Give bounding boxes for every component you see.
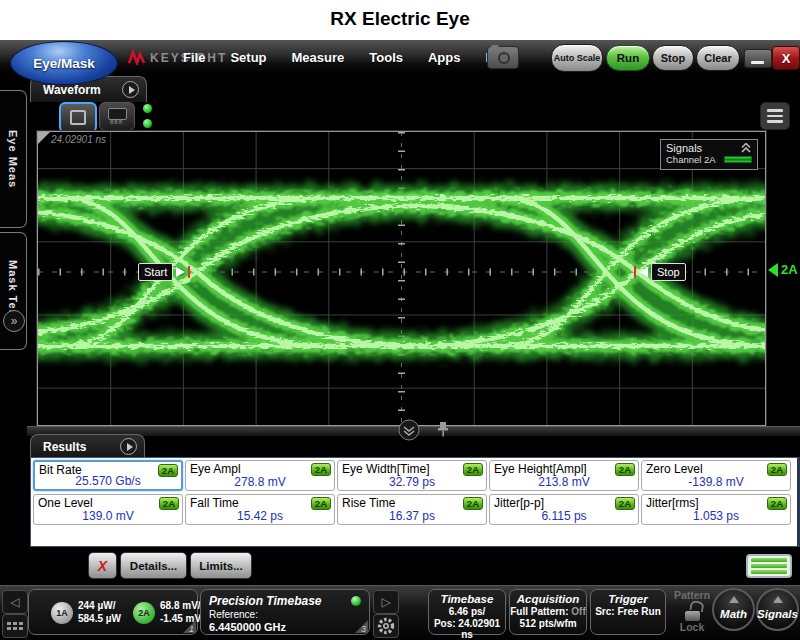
app-window: KEYSIGHT File Setup Measure Tools Apps H… (0, 40, 800, 640)
panel-number: 1 (189, 624, 194, 634)
result-label: Jitter[p-p] (494, 496, 544, 510)
delete-measurement-button[interactable]: X (88, 552, 117, 579)
legend-title: Signals (666, 142, 702, 154)
channel-color-swatch (724, 156, 752, 163)
math-button[interactable]: Math (712, 588, 755, 631)
waveform-menu-icon[interactable] (760, 102, 790, 130)
status-led-1 (143, 104, 152, 113)
tab-results[interactable]: Results (30, 434, 145, 458)
status-led-2 (143, 119, 152, 128)
reference-value: 6.4450000 GHz (209, 621, 286, 633)
reference-label: Reference: (209, 609, 258, 620)
start-marker[interactable]: Start (138, 263, 190, 281)
pattern-lock-line2: Lock (670, 621, 714, 633)
pattern-lock-button[interactable]: Pattern Lock (670, 589, 714, 635)
result-label: Rise Time (342, 496, 395, 510)
menu-item-tools[interactable]: Tools (369, 50, 403, 65)
menubar: KEYSIGHT File Setup Measure Tools Apps H… (0, 40, 800, 75)
result-cell-one-level[interactable]: One Level 2A 139.0 mV (33, 494, 183, 525)
channel-arrow-icon (768, 263, 778, 277)
menu: File Setup Measure Tools Apps Help (183, 40, 514, 74)
clear-button[interactable]: Clear (696, 45, 740, 71)
scroll-right-button[interactable]: ▷ (373, 590, 399, 614)
result-value: 278.8 mV (186, 475, 334, 489)
display-mode-button-selected[interactable] (59, 102, 97, 133)
result-value: 15.42 ps (186, 509, 334, 523)
channel-2a-value-1: 68.8 mV/ (160, 599, 201, 612)
settings-gear-button[interactable] (373, 614, 399, 638)
result-value: 213.8 mV (490, 475, 638, 489)
tab-play-icon[interactable] (122, 81, 139, 98)
results-play-icon[interactable] (120, 438, 137, 455)
limits-button[interactable]: Limits... (190, 552, 252, 579)
result-cell-jitter-rms[interactable]: Jitter[rms] 2A 1.053 ps (641, 494, 791, 525)
result-cell-eye-height[interactable]: Eye Height[Ampl] 2A 213.8 mV (489, 460, 639, 491)
camera-icon[interactable] (487, 46, 519, 69)
result-cell-jitter-pp[interactable]: Jitter[p-p] 2A 6.115 ps (489, 494, 639, 525)
result-value: 139.0 mV (34, 509, 182, 523)
stop-tick (634, 266, 636, 278)
panel-number: 3 (361, 624, 366, 634)
stop-marker-label[interactable]: Stop (651, 263, 686, 281)
channel-1a-value-1: 244 µW/ (78, 599, 121, 612)
minimize-button[interactable] (744, 49, 772, 68)
start-tick (188, 266, 190, 278)
page-title: RX Electric Eye (0, 8, 800, 30)
stop-button[interactable]: Stop (652, 45, 694, 71)
channel-1a-value-2: 584.5 µW (78, 612, 121, 625)
chevron-up-icon[interactable] (740, 143, 752, 153)
signals-button[interactable]: Signals (756, 588, 799, 631)
pin-icon[interactable] (436, 421, 450, 441)
timebase-position-readout: 24.02901 ns (51, 134, 106, 145)
start-marker-label[interactable]: Start (138, 263, 173, 281)
collapse-results-button[interactable] (398, 419, 420, 441)
result-label: Jitter[rms] (646, 496, 699, 510)
stop-marker[interactable]: Stop (634, 263, 686, 281)
panel-toggle-button[interactable] (746, 554, 792, 578)
result-cell-rise-time[interactable]: Rise Time 2A 16.37 ps (337, 494, 487, 525)
timebase-panel[interactable]: Timebase 6.46 ps/ Pos: 24.02901 ns (428, 589, 506, 635)
close-button[interactable]: X (772, 46, 800, 70)
auto-scale-button[interactable]: Auto Scale (551, 44, 603, 72)
result-cell-bit-rate[interactable]: Bit Rate 2A 25.570 Gb/s (33, 460, 183, 491)
channel-2a-indicator[interactable]: 2A (133, 602, 155, 624)
timebase-title: Timebase (429, 593, 505, 605)
result-cell-fall-time[interactable]: Fall Time 2A 15.42 ps (185, 494, 335, 525)
lock-body (685, 611, 700, 621)
sidebar-expand-button[interactable]: » (3, 310, 25, 332)
acquisition-panel[interactable]: Acquisition Full Pattern: Off 512 pts/wf… (509, 589, 587, 635)
result-cell-zero-level[interactable]: Zero Level 2A -139.8 mV (641, 460, 791, 491)
run-button[interactable]: Run (606, 45, 650, 71)
graticule-corner-mark (38, 132, 50, 144)
tab-results-label: Results (43, 440, 86, 454)
keypad-button[interactable] (2, 614, 28, 638)
scroll-left-button[interactable]: ◁ (2, 590, 28, 614)
signals-legend[interactable]: Signals Channel 2A (660, 139, 758, 170)
sidebar-tab-mask-test[interactable]: Mask Test (0, 232, 27, 350)
channel-1a-indicator[interactable]: 1A (51, 602, 73, 624)
sidebar-tab-eye-meas[interactable]: Eye Meas (0, 90, 27, 228)
menu-item-setup[interactable]: Setup (230, 50, 266, 65)
result-cell-eye-ampl[interactable]: Eye Ampl 2A 278.8 mV (185, 460, 335, 491)
trigger-panel[interactable]: Trigger Src: Free Run (590, 589, 666, 635)
channel-2a-reference-marker[interactable]: 2A (768, 262, 798, 277)
stop-arrow-icon (639, 267, 648, 277)
channels-panel[interactable]: 1A 244 µW/ 584.5 µW 2A 68.8 mV/ -1.45 mV… (28, 589, 198, 635)
result-cell-eye-width[interactable]: Eye Width[Time] 2A 32.79 ps (337, 460, 487, 491)
pattern-lock-line1: Pattern (670, 589, 714, 601)
details-button[interactable]: Details... (120, 552, 187, 579)
acquisition-title: Acquisition (510, 593, 586, 605)
menu-item-file[interactable]: File (183, 50, 205, 65)
scope-display-button[interactable] (99, 102, 135, 131)
waveform-graticule[interactable]: 24.02901 ns Signals Channel 2A Start (37, 131, 766, 426)
result-value: -139.8 mV (642, 475, 790, 489)
precision-timebase-panel[interactable]: Precision Timebase Reference: 6.4450000 … (200, 589, 370, 635)
app-logo-eye-mask[interactable]: Eye/Mask (10, 41, 118, 85)
result-label: Eye Width[Time] (342, 462, 430, 476)
full-pattern-value: Off (571, 606, 585, 617)
precision-timebase-title: Precision Timebase (209, 594, 322, 608)
result-label: One Level (38, 496, 93, 510)
legend-channel-label: Channel 2A (666, 154, 716, 165)
menu-item-apps[interactable]: Apps (428, 50, 461, 65)
menu-item-measure[interactable]: Measure (292, 50, 345, 65)
